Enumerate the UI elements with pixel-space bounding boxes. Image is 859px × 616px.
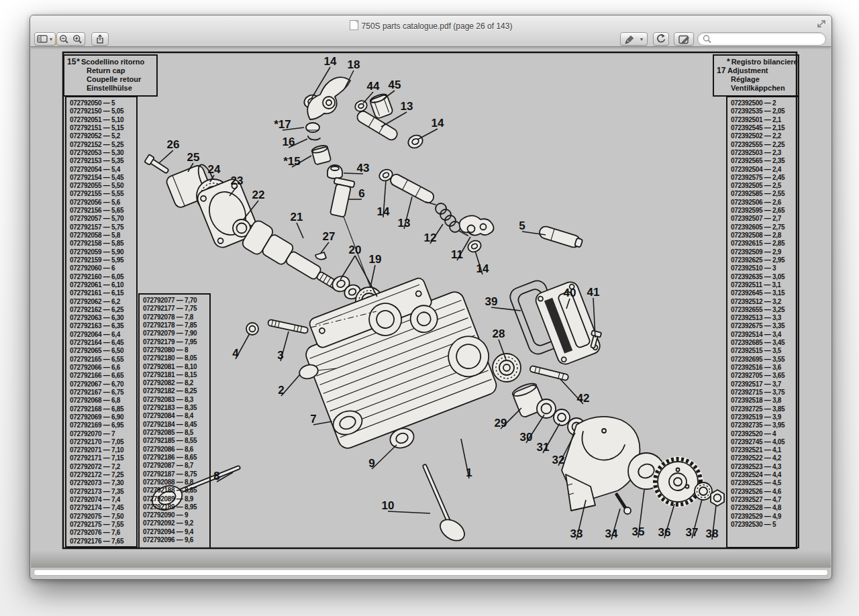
part-row: 072392585 — 2,55 xyxy=(731,190,798,198)
part-row: 072792059 — 5,90 xyxy=(70,248,136,256)
marker-pen-icon xyxy=(623,34,634,44)
part-row: 072392605 — 2,75 xyxy=(731,223,798,232)
part-row: 072392725 — 3,85 xyxy=(731,405,798,413)
part-row: 072392524 — 4,4 xyxy=(731,471,798,479)
part-row: 072392504 — 2,4 xyxy=(731,166,798,174)
camshaft-gear-drawing xyxy=(652,456,703,507)
part-row: 072792152 — 5,25 xyxy=(70,141,136,149)
part-row: 072792175 — 7,55 xyxy=(70,521,136,529)
part-row: 072792077 — 7,70 xyxy=(143,297,209,305)
part-row: 072792055 — 5,50 xyxy=(70,182,136,190)
part-row: 072392555 — 2,25 xyxy=(731,141,798,149)
share-button[interactable] xyxy=(91,32,109,46)
part-row: 072792058 — 5,8 xyxy=(70,232,136,240)
part-row: 072792179 — 7,95 xyxy=(143,338,209,346)
part-row: 072792177 — 7,75 xyxy=(143,305,209,313)
search-field[interactable] xyxy=(697,32,826,46)
callout-14: 14 xyxy=(476,262,489,275)
part-row: 072792075 — 7,50 xyxy=(70,513,136,521)
part-row: 072792086 — 8,6 xyxy=(143,446,209,454)
part-row: 072792151 — 5,15 xyxy=(70,124,136,132)
part-row: 072392525 — 4,5 xyxy=(731,479,798,487)
callout-26: 26 xyxy=(167,138,180,151)
legend-index: 15 xyxy=(67,58,76,66)
magnifier-minus-icon xyxy=(59,34,69,44)
zoom-in-button[interactable] xyxy=(70,32,85,46)
bolt-drawing xyxy=(144,154,170,175)
part-row: 072392514 — 3,4 xyxy=(731,331,798,339)
callout-1: 1 xyxy=(466,466,472,479)
part-row: 072392515 — 3,5 xyxy=(731,347,798,355)
part-row: 072792159 — 5,95 xyxy=(70,256,136,264)
part-row: 072392625 — 2,95 xyxy=(731,256,798,264)
part-row: 072792184 — 8,45 xyxy=(143,421,209,429)
highlight-button[interactable] xyxy=(620,32,638,46)
stud-drawing xyxy=(268,319,309,333)
shaft-drawing xyxy=(538,225,583,249)
part-row: 072792158 — 5,85 xyxy=(70,240,136,248)
callout-13: 13 xyxy=(401,100,413,113)
part-row: 072792074 — 7,4 xyxy=(70,496,136,504)
part-row: 072392705 — 3,65 xyxy=(731,372,798,380)
part-row: 072392615 — 2,85 xyxy=(731,240,798,248)
callout-4: 4 xyxy=(232,347,239,360)
part-row: 072792079 — 7,90 xyxy=(143,329,209,338)
part-row: 072792155 — 5,55 xyxy=(70,190,136,198)
horizontal-scrollbar[interactable] xyxy=(34,569,828,576)
part-row: 072792174 — 7,45 xyxy=(70,504,136,512)
nut-drawing xyxy=(246,323,258,335)
part-row: 072392545 — 2,15 xyxy=(731,124,798,132)
part-row: 072392685 — 3,45 xyxy=(731,339,798,347)
part-row: 072392503 — 2,3 xyxy=(731,149,798,157)
part-row: 072392745 — 4,05 xyxy=(731,438,798,446)
part-row: 072792065 — 6,50 xyxy=(70,347,136,355)
callout-32: 32 xyxy=(552,454,565,466)
part-row: 072392521 — 4,1 xyxy=(731,446,798,454)
callout-37: 37 xyxy=(686,526,699,539)
cap-nut-drawing xyxy=(327,165,342,178)
callout-20: 20 xyxy=(349,244,362,256)
callout-2: 2 xyxy=(278,384,284,397)
chevron-down-icon: ▼ xyxy=(640,37,644,42)
sidebar-toggle-button[interactable]: ▼ xyxy=(34,32,56,46)
part-row: 072792178 — 7,85 xyxy=(143,321,209,329)
part-row: 072792183 — 8,35 xyxy=(143,404,209,412)
part-row: 072792180 — 8,05 xyxy=(143,354,209,362)
part-row: 072792156 — 5,65 xyxy=(70,207,136,215)
part-row: 072392527 — 4,7 xyxy=(731,496,798,504)
markup-button[interactable] xyxy=(674,32,694,46)
part-row: 072792163 — 6,35 xyxy=(70,322,136,330)
part-row: 072792166 — 6,65 xyxy=(70,372,136,380)
magnifier-plus-icon xyxy=(72,34,83,44)
callout-6: 6 xyxy=(358,187,364,200)
callout-18: 18 xyxy=(348,58,360,71)
part-row: 072392502 — 2,2 xyxy=(731,132,798,140)
part-row: 072792080 — 8 xyxy=(143,346,209,354)
callout-21: 21 xyxy=(291,211,303,223)
right-legend-box: *Registro bilanciere 17 Adjustment Régla… xyxy=(713,54,799,97)
asterisk-icon: * xyxy=(727,58,730,66)
highlight-dropdown-button[interactable]: ▼ xyxy=(636,32,648,46)
part-row: 072792087 — 8,7 xyxy=(143,462,209,470)
valve-guide-drawing xyxy=(327,178,355,218)
callout-36: 36 xyxy=(658,526,671,539)
search-input[interactable] xyxy=(713,34,825,44)
part-row: 072792176 — 7,65 xyxy=(70,537,136,546)
share-arrow-icon xyxy=(95,34,105,44)
leader-line xyxy=(417,129,438,140)
callout-15: *15 xyxy=(283,155,301,168)
part-row: 072392522 — 4,2 xyxy=(731,454,798,462)
callout-38: 38 xyxy=(706,527,719,540)
part-row: 072792081 — 8,10 xyxy=(143,363,209,371)
parts-list-column-1: 072792050 — 5072792150 — 5,05072792051 —… xyxy=(65,96,138,548)
left-legend-box: 15*Scodellino ritorno Return cap Coupell… xyxy=(63,54,158,97)
sidebar-panel-icon xyxy=(37,35,48,43)
part-row: 072792182 — 8,25 xyxy=(143,387,209,395)
zoom-out-button[interactable] xyxy=(56,32,72,46)
rotate-button[interactable] xyxy=(653,32,669,46)
fullscreen-icon[interactable] xyxy=(815,19,826,29)
part-row: 072792187 — 8,75 xyxy=(143,470,209,478)
part-row: 072792060 — 6 xyxy=(70,264,136,272)
leader-line xyxy=(297,223,303,238)
part-row: 072392645 — 3,15 xyxy=(731,289,798,297)
